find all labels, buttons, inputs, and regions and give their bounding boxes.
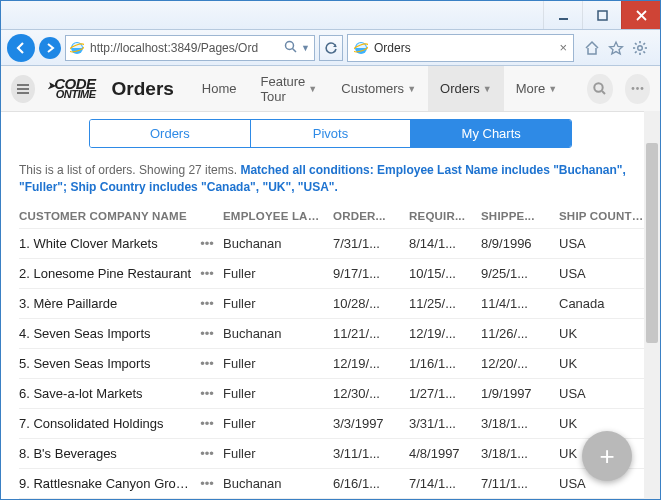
table-row[interactable]: 4. Seven Seas Imports•••Buchanan11/21/..… [19, 318, 660, 348]
app-logo[interactable]: ➤CODEONTIME [47, 77, 96, 100]
cell-shipped-date: 11/26/... [481, 326, 559, 341]
svg-rect-1 [598, 11, 607, 20]
cell-order-date: 12/30/... [333, 386, 409, 401]
browser-forward-button[interactable] [39, 37, 61, 59]
nav-orders[interactable]: Orders▼ [428, 66, 504, 111]
row-menu-button[interactable]: ••• [199, 326, 223, 341]
cell-required-date: 7/14/1... [409, 476, 481, 491]
window-minimize-button[interactable] [543, 1, 582, 29]
cell-order-date: 6/16/1... [333, 476, 409, 491]
cell-order-date: 11/21/... [333, 326, 409, 341]
cell-employee: Fuller [223, 446, 333, 461]
vertical-scrollbar[interactable] [644, 111, 660, 499]
svg-point-26 [640, 87, 643, 90]
main-nav: Home Feature Tour▼ Customers▼ Orders▼ Mo… [190, 66, 569, 111]
cell-order-date: 3/11/1... [333, 446, 409, 461]
nav-feature-tour[interactable]: Feature Tour▼ [249, 66, 330, 111]
cell-shipped-date: 11/4/1... [481, 296, 559, 311]
cell-shipped-date: 3/18/1... [481, 446, 559, 461]
row-menu-button[interactable]: ••• [199, 386, 223, 401]
table-row[interactable]: 8. B's Beverages•••Fuller3/11/1...4/8/19… [19, 438, 660, 468]
cell-employee: Buchanan [223, 326, 333, 341]
cell-company: 9. Rattlesnake Canyon Groc... [19, 476, 199, 491]
col-order-date[interactable]: ORDER... [333, 210, 409, 222]
menu-button[interactable] [11, 75, 35, 103]
chevron-down-icon: ▼ [407, 84, 416, 94]
cell-company: 7. Consolidated Holdings [19, 416, 199, 431]
cell-required-date: 4/8/1997 [409, 446, 481, 461]
svg-point-22 [595, 83, 603, 91]
browser-tab[interactable]: Orders × [347, 34, 574, 62]
cell-ship-country: USA [559, 386, 652, 401]
row-menu-button[interactable]: ••• [199, 446, 223, 461]
row-menu-button[interactable]: ••• [199, 416, 223, 431]
add-fab-button[interactable]: + [582, 431, 632, 481]
cell-order-date: 7/31/1... [333, 236, 409, 251]
cell-employee: Fuller [223, 356, 333, 371]
svg-line-18 [635, 51, 637, 53]
nav-more[interactable]: More▼ [504, 66, 570, 111]
grid-header: CUSTOMER COMPANY NAME EMPLOYEE LAST N...… [19, 206, 660, 228]
table-row[interactable]: 9. Rattlesnake Canyon Groc...•••Buchanan… [19, 468, 660, 498]
table-row[interactable]: 6. Save-a-lot Markets•••Fuller12/30/...1… [19, 378, 660, 408]
tab-close-icon[interactable]: × [559, 40, 567, 55]
svg-line-23 [602, 91, 605, 94]
app-more-button[interactable] [625, 74, 650, 104]
table-row[interactable]: 2. Lonesome Pine Restaurant•••Fuller9/17… [19, 258, 660, 288]
cell-required-date: 1/27/1... [409, 386, 481, 401]
favorites-icon[interactable] [608, 40, 624, 56]
cell-shipped-date: 8/9/1996 [481, 236, 559, 251]
cell-order-date: 3/3/1997 [333, 416, 409, 431]
table-row[interactable]: 7. Consolidated Holdings•••Fuller3/3/199… [19, 408, 660, 438]
cell-required-date: 1/16/1... [409, 356, 481, 371]
browser-back-button[interactable] [7, 34, 35, 62]
col-employee[interactable]: EMPLOYEE LAST N... [223, 210, 333, 222]
nav-home[interactable]: Home [190, 66, 249, 111]
cell-employee: Fuller [223, 266, 333, 281]
row-menu-button[interactable]: ••• [199, 296, 223, 311]
window-maximize-button[interactable] [582, 1, 621, 29]
url-input[interactable] [88, 40, 280, 56]
col-ship-country[interactable]: SHIP COUNTRY [559, 210, 652, 222]
cell-required-date: 10/15/... [409, 266, 481, 281]
browser-refresh-button[interactable] [319, 35, 343, 61]
settings-gear-icon[interactable] [632, 40, 648, 56]
table-row[interactable]: 5. Seven Seas Imports•••Fuller12/19/...1… [19, 348, 660, 378]
cell-shipped-date: 1/9/1997 [481, 386, 559, 401]
app-search-button[interactable] [587, 74, 612, 104]
orders-grid: CUSTOMER COMPANY NAME EMPLOYEE LAST N...… [1, 206, 660, 499]
table-row[interactable]: 1. White Clover Markets•••Buchanan7/31/1… [19, 228, 660, 258]
row-menu-button[interactable]: ••• [199, 236, 223, 251]
chevron-down-icon: ▼ [308, 84, 317, 94]
cell-ship-country: UK [559, 416, 652, 431]
col-company[interactable]: CUSTOMER COMPANY NAME [19, 210, 199, 222]
tab-orders[interactable]: Orders [90, 120, 250, 147]
tab-my-charts[interactable]: My Charts [410, 120, 571, 147]
window-close-button[interactable] [621, 1, 660, 29]
cell-company: 8. B's Beverages [19, 446, 199, 461]
table-row[interactable]: 10. Save-a-lot Markets•••Buchanan7/22/1.… [19, 498, 660, 499]
address-bar[interactable]: ▼ [65, 35, 315, 61]
col-required-date[interactable]: REQUIR... [409, 210, 481, 222]
cell-required-date: 3/31/1... [409, 416, 481, 431]
cell-employee: Buchanan [223, 476, 333, 491]
row-menu-button[interactable]: ••• [199, 476, 223, 491]
home-icon[interactable] [584, 40, 600, 56]
chevron-down-icon: ▼ [483, 84, 492, 94]
table-row[interactable]: 3. Mère Paillarde•••Fuller10/28/...11/25… [19, 288, 660, 318]
app-header: ➤CODEONTIME Orders Home Feature Tour▼ Cu… [1, 66, 660, 112]
nav-customers[interactable]: Customers▼ [329, 66, 428, 111]
tab-title: Orders [374, 41, 553, 55]
cell-employee: Fuller [223, 296, 333, 311]
svg-point-10 [638, 45, 643, 50]
search-icon[interactable] [284, 40, 297, 56]
row-menu-button[interactable]: ••• [199, 266, 223, 281]
cell-order-date: 10/28/... [333, 296, 409, 311]
tab-pivots[interactable]: Pivots [250, 120, 411, 147]
scrollbar-thumb[interactable] [646, 143, 658, 343]
cell-employee: Fuller [223, 386, 333, 401]
row-menu-button[interactable]: ••• [199, 356, 223, 371]
col-shipped-date[interactable]: SHIPPE... [481, 210, 559, 222]
ie-logo-icon [70, 41, 84, 55]
url-dropdown-icon[interactable]: ▼ [301, 43, 310, 53]
